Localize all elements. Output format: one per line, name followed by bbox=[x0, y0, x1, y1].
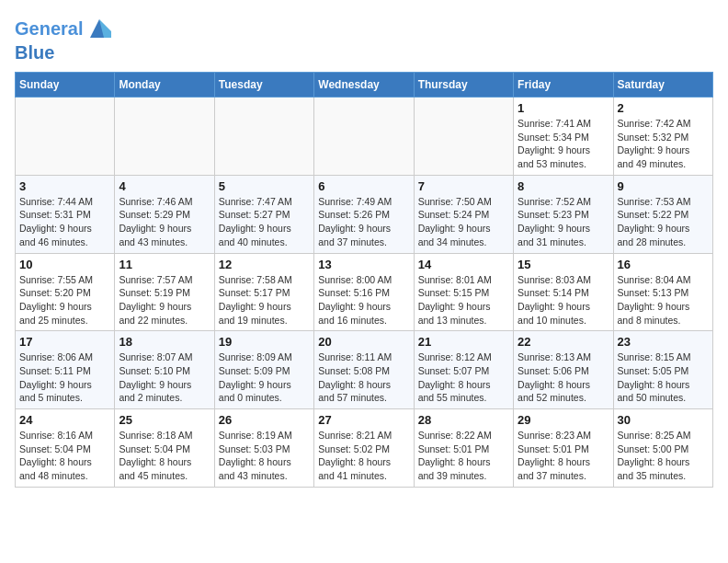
calendar-week-row: 17Sunrise: 8:06 AM Sunset: 5:11 PM Dayli… bbox=[16, 331, 713, 409]
weekday-header-saturday: Saturday bbox=[613, 73, 712, 98]
day-number: 9 bbox=[618, 179, 709, 193]
logo-text-blue: Blue bbox=[15, 42, 113, 63]
day-number: 3 bbox=[19, 179, 110, 193]
calendar-cell: 11Sunrise: 7:57 AM Sunset: 5:19 PM Dayli… bbox=[115, 253, 214, 331]
weekday-header-monday: Monday bbox=[115, 73, 214, 98]
calendar-cell: 26Sunrise: 8:19 AM Sunset: 5:03 PM Dayli… bbox=[214, 409, 313, 488]
calendar-week-row: 3Sunrise: 7:44 AM Sunset: 5:31 PM Daylig… bbox=[16, 175, 713, 253]
day-info: Sunrise: 7:49 AM Sunset: 5:26 PM Dayligh… bbox=[318, 195, 409, 249]
calendar-cell: 7Sunrise: 7:50 AM Sunset: 5:24 PM Daylig… bbox=[414, 175, 513, 253]
day-number: 27 bbox=[318, 413, 409, 427]
day-info: Sunrise: 8:03 AM Sunset: 5:14 PM Dayligh… bbox=[518, 273, 609, 327]
weekday-header-wednesday: Wednesday bbox=[314, 73, 414, 98]
day-info: Sunrise: 8:00 AM Sunset: 5:16 PM Dayligh… bbox=[318, 273, 409, 327]
calendar-cell: 10Sunrise: 7:55 AM Sunset: 5:20 PM Dayli… bbox=[16, 253, 115, 331]
logo-text: General bbox=[15, 18, 83, 39]
day-number: 20 bbox=[318, 335, 409, 349]
day-info: Sunrise: 8:19 AM Sunset: 5:03 PM Dayligh… bbox=[219, 429, 310, 483]
day-info: Sunrise: 7:55 AM Sunset: 5:20 PM Dayligh… bbox=[19, 273, 110, 327]
day-info: Sunrise: 8:09 AM Sunset: 5:09 PM Dayligh… bbox=[219, 350, 310, 405]
header: General Blue bbox=[15, 15, 713, 63]
calendar-cell: 2Sunrise: 7:42 AM Sunset: 5:32 PM Daylig… bbox=[613, 98, 712, 176]
calendar-cell: 24Sunrise: 8:16 AM Sunset: 5:04 PM Dayli… bbox=[16, 409, 115, 488]
calendar-cell: 17Sunrise: 8:06 AM Sunset: 5:11 PM Dayli… bbox=[16, 331, 115, 409]
day-number: 24 bbox=[19, 413, 110, 427]
weekday-header-tuesday: Tuesday bbox=[214, 73, 313, 98]
calendar-cell bbox=[115, 98, 214, 176]
calendar-cell bbox=[314, 98, 414, 176]
calendar-cell: 30Sunrise: 8:25 AM Sunset: 5:00 PM Dayli… bbox=[613, 409, 712, 488]
day-number: 30 bbox=[618, 413, 709, 427]
day-info: Sunrise: 8:01 AM Sunset: 5:15 PM Dayligh… bbox=[418, 273, 509, 327]
weekday-header-friday: Friday bbox=[514, 73, 613, 98]
day-info: Sunrise: 7:46 AM Sunset: 5:29 PM Dayligh… bbox=[119, 195, 210, 249]
day-number: 14 bbox=[418, 258, 509, 271]
day-number: 13 bbox=[318, 258, 409, 271]
calendar-cell: 22Sunrise: 8:13 AM Sunset: 5:06 PM Dayli… bbox=[514, 331, 613, 409]
day-info: Sunrise: 7:42 AM Sunset: 5:32 PM Dayligh… bbox=[618, 117, 709, 171]
day-number: 17 bbox=[19, 335, 110, 349]
day-info: Sunrise: 8:12 AM Sunset: 5:07 PM Dayligh… bbox=[418, 350, 509, 405]
calendar-cell: 12Sunrise: 7:58 AM Sunset: 5:17 PM Dayli… bbox=[214, 253, 313, 331]
day-info: Sunrise: 8:25 AM Sunset: 5:00 PM Dayligh… bbox=[618, 429, 709, 483]
day-number: 28 bbox=[418, 413, 509, 427]
calendar-cell: 19Sunrise: 8:09 AM Sunset: 5:09 PM Dayli… bbox=[214, 331, 313, 409]
day-number: 22 bbox=[518, 335, 609, 349]
day-number: 7 bbox=[418, 179, 509, 193]
calendar-cell: 29Sunrise: 8:23 AM Sunset: 5:01 PM Dayli… bbox=[514, 409, 613, 488]
day-info: Sunrise: 8:21 AM Sunset: 5:02 PM Dayligh… bbox=[318, 429, 409, 483]
calendar-cell: 8Sunrise: 7:52 AM Sunset: 5:23 PM Daylig… bbox=[514, 175, 613, 253]
day-info: Sunrise: 8:04 AM Sunset: 5:13 PM Dayligh… bbox=[618, 273, 709, 327]
day-info: Sunrise: 7:50 AM Sunset: 5:24 PM Dayligh… bbox=[418, 195, 509, 249]
day-info: Sunrise: 8:13 AM Sunset: 5:06 PM Dayligh… bbox=[518, 350, 609, 405]
day-number: 11 bbox=[119, 258, 210, 271]
day-info: Sunrise: 7:47 AM Sunset: 5:27 PM Dayligh… bbox=[219, 195, 310, 249]
day-number: 21 bbox=[418, 335, 509, 349]
calendar-cell: 16Sunrise: 8:04 AM Sunset: 5:13 PM Dayli… bbox=[613, 253, 712, 331]
calendar-cell: 5Sunrise: 7:47 AM Sunset: 5:27 PM Daylig… bbox=[214, 175, 313, 253]
calendar-cell: 15Sunrise: 8:03 AM Sunset: 5:14 PM Dayli… bbox=[514, 253, 613, 331]
calendar-cell: 20Sunrise: 8:11 AM Sunset: 5:08 PM Dayli… bbox=[314, 331, 414, 409]
calendar-cell: 18Sunrise: 8:07 AM Sunset: 5:10 PM Dayli… bbox=[115, 331, 214, 409]
day-info: Sunrise: 8:11 AM Sunset: 5:08 PM Dayligh… bbox=[318, 350, 409, 405]
calendar-cell: 1Sunrise: 7:41 AM Sunset: 5:34 PM Daylig… bbox=[514, 98, 613, 176]
day-number: 29 bbox=[518, 413, 609, 427]
day-number: 4 bbox=[119, 179, 210, 193]
calendar-cell: 27Sunrise: 8:21 AM Sunset: 5:02 PM Dayli… bbox=[314, 409, 414, 488]
day-info: Sunrise: 8:07 AM Sunset: 5:10 PM Dayligh… bbox=[119, 350, 210, 405]
calendar-week-row: 24Sunrise: 8:16 AM Sunset: 5:04 PM Dayli… bbox=[16, 409, 713, 488]
day-info: Sunrise: 8:16 AM Sunset: 5:04 PM Dayligh… bbox=[19, 429, 110, 483]
calendar-table: SundayMondayTuesdayWednesdayThursdayFrid… bbox=[15, 72, 713, 488]
day-number: 12 bbox=[219, 258, 310, 271]
day-number: 15 bbox=[518, 258, 609, 271]
day-info: Sunrise: 7:41 AM Sunset: 5:34 PM Dayligh… bbox=[518, 117, 609, 171]
day-number: 1 bbox=[518, 101, 609, 115]
day-number: 18 bbox=[119, 335, 210, 349]
day-info: Sunrise: 7:57 AM Sunset: 5:19 PM Dayligh… bbox=[119, 273, 210, 327]
calendar-week-row: 10Sunrise: 7:55 AM Sunset: 5:20 PM Dayli… bbox=[16, 253, 713, 331]
day-number: 6 bbox=[318, 179, 409, 193]
day-info: Sunrise: 8:15 AM Sunset: 5:05 PM Dayligh… bbox=[618, 350, 709, 405]
weekday-header-thursday: Thursday bbox=[414, 73, 513, 98]
day-info: Sunrise: 8:06 AM Sunset: 5:11 PM Dayligh… bbox=[19, 350, 110, 405]
calendar-cell: 14Sunrise: 8:01 AM Sunset: 5:15 PM Dayli… bbox=[414, 253, 513, 331]
day-info: Sunrise: 7:58 AM Sunset: 5:17 PM Dayligh… bbox=[219, 273, 310, 327]
calendar-cell bbox=[16, 98, 115, 176]
day-info: Sunrise: 8:23 AM Sunset: 5:01 PM Dayligh… bbox=[518, 429, 609, 483]
calendar-cell bbox=[414, 98, 513, 176]
calendar-week-row: 1Sunrise: 7:41 AM Sunset: 5:34 PM Daylig… bbox=[16, 98, 713, 176]
calendar-cell: 23Sunrise: 8:15 AM Sunset: 5:05 PM Dayli… bbox=[613, 331, 712, 409]
calendar-cell: 3Sunrise: 7:44 AM Sunset: 5:31 PM Daylig… bbox=[16, 175, 115, 253]
weekday-header-sunday: Sunday bbox=[16, 73, 115, 98]
day-number: 5 bbox=[219, 179, 310, 193]
day-number: 23 bbox=[618, 335, 709, 349]
calendar-cell bbox=[214, 98, 313, 176]
calendar-cell: 21Sunrise: 8:12 AM Sunset: 5:07 PM Dayli… bbox=[414, 331, 513, 409]
day-info: Sunrise: 7:53 AM Sunset: 5:22 PM Dayligh… bbox=[618, 195, 709, 249]
day-number: 2 bbox=[618, 101, 709, 115]
day-number: 25 bbox=[119, 413, 210, 427]
calendar-cell: 28Sunrise: 8:22 AM Sunset: 5:01 PM Dayli… bbox=[414, 409, 513, 488]
calendar-cell: 13Sunrise: 8:00 AM Sunset: 5:16 PM Dayli… bbox=[314, 253, 414, 331]
calendar-cell: 9Sunrise: 7:53 AM Sunset: 5:22 PM Daylig… bbox=[613, 175, 712, 253]
logo: General Blue bbox=[15, 15, 113, 63]
